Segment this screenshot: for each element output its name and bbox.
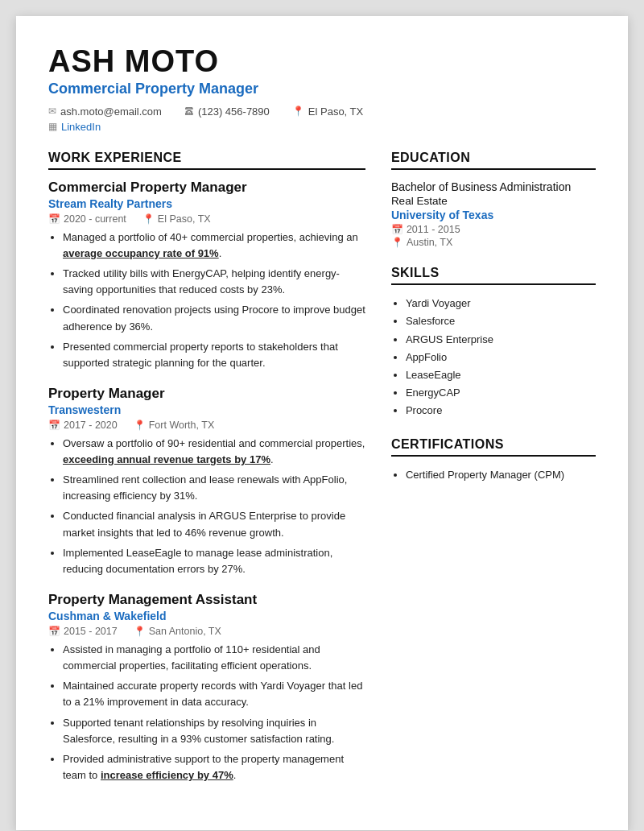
skills-list: Yardi Voyager Salesforce ARGUS Enterpris… xyxy=(391,295,596,420)
resume-header: ASH MOTO Commercial Property Manager ✉ a… xyxy=(48,45,596,133)
location-icon-1: 📍 xyxy=(142,213,155,225)
phone-icon: 🕿 xyxy=(184,105,194,117)
linkedin-link[interactable]: LinkedIn xyxy=(61,121,101,133)
job-1-meta: 📅 2020 - current 📍 El Paso, TX xyxy=(48,213,365,225)
job-2-title: Property Manager xyxy=(48,386,365,402)
location-icon-3: 📍 xyxy=(134,626,146,637)
job-1-bullet-4: Presented commercial property reports to… xyxy=(63,339,365,371)
job-1-bullets: Managed a portfolio of 40+ commercial pr… xyxy=(48,229,365,371)
job-2: Property Manager Transwestern 📅 2017 - 2… xyxy=(48,386,365,577)
skills-section: SKILLS Yardi Voyager Salesforce ARGUS En… xyxy=(391,266,596,420)
edu-calendar-icon: 📅 xyxy=(391,224,403,235)
job-3-location: 📍 San Antonio, TX xyxy=(134,626,221,637)
job-2-bullets: Oversaw a portfolio of 90+ residential a… xyxy=(48,436,365,577)
main-layout: WORK EXPERIENCE Commercial Property Mana… xyxy=(48,151,596,798)
job-1-location: 📍 El Paso, TX xyxy=(142,213,211,225)
education-heading: EDUCATION xyxy=(391,151,596,170)
job-3-bullets: Assisted in managing a portfolio of 110+… xyxy=(48,642,365,783)
left-column: WORK EXPERIENCE Commercial Property Mana… xyxy=(48,151,365,798)
contact-row-2: ▦ LinkedIn xyxy=(48,121,596,133)
candidate-name: ASH MOTO xyxy=(48,45,596,79)
job-3-dates: 📅 2015 - 2017 xyxy=(48,626,118,637)
linkedin-icon: ▦ xyxy=(48,121,57,132)
job-2-meta: 📅 2017 - 2020 📍 Fort Worth, TX xyxy=(48,420,365,431)
email-value: ash.moto@email.com xyxy=(60,105,162,118)
job-2-bullet-3: Conducted financial analysis in ARGUS En… xyxy=(63,508,365,540)
edu-dates-row: 📅 2011 - 2015 xyxy=(391,224,596,235)
job-1-title: Commercial Property Manager xyxy=(48,180,365,196)
job-3-bullet-1: Assisted in managing a portfolio of 110+… xyxy=(63,642,365,674)
job-3-meta: 📅 2015 - 2017 📍 San Antonio, TX xyxy=(48,626,365,637)
certifications-list: Certified Property Manager (CPM) xyxy=(391,466,596,484)
edu-dates: 2011 - 2015 xyxy=(407,224,460,235)
phone-contact: 🕿 (123) 456-7890 xyxy=(184,105,270,118)
candidate-title: Commercial Property Manager xyxy=(48,81,596,97)
job-1-highlight-1: average occupancy rate of 91% xyxy=(63,247,219,259)
calendar-icon-3: 📅 xyxy=(48,626,60,637)
edu-field: Real Estate xyxy=(391,195,596,207)
certifications-heading: CERTIFICATIONS xyxy=(391,437,596,457)
job-3-highlight-1: increase efficiency by 47% xyxy=(101,769,233,781)
right-column: EDUCATION Bachelor of Business Administr… xyxy=(391,151,596,798)
job-2-location: 📍 Fort Worth, TX xyxy=(134,420,215,431)
resume-container: ASH MOTO Commercial Property Manager ✉ a… xyxy=(16,16,628,830)
job-2-bullet-2: Streamlined rent collection and lease re… xyxy=(63,472,365,504)
job-3: Property Management Assistant Cushman & … xyxy=(48,592,365,783)
job-3-title: Property Management Assistant xyxy=(48,592,365,608)
skill-6: EnergyCAP xyxy=(406,384,596,402)
linkedin-contact[interactable]: ▦ LinkedIn xyxy=(48,121,101,133)
edu-location: Austin, TX xyxy=(407,237,452,248)
skill-2: Salesforce xyxy=(406,312,596,330)
location-icon: 📍 xyxy=(292,105,304,117)
cert-1: Certified Property Manager (CPM) xyxy=(406,466,596,484)
edu-meta: 📅 2011 - 2015 📍 Austin, TX xyxy=(391,224,596,248)
skill-4: AppFolio xyxy=(406,349,596,366)
job-1-bullet-1: Managed a portfolio of 40+ commercial pr… xyxy=(63,229,365,262)
email-icon: ✉ xyxy=(48,105,56,117)
skill-7: Procore xyxy=(406,402,596,420)
job-2-company: Transwestern xyxy=(48,403,365,416)
job-3-bullet-3: Supported tenant relationships by resolv… xyxy=(63,715,365,747)
location-contact: 📍 El Paso, TX xyxy=(292,105,363,118)
skill-3: ARGUS Enterprise xyxy=(406,331,596,349)
skills-heading: SKILLS xyxy=(391,266,596,285)
job-1-bullet-2: Tracked utility bills with EnergyCAP, he… xyxy=(63,266,365,298)
job-1-dates: 📅 2020 - current xyxy=(48,213,126,225)
skill-5: LeaseEagle xyxy=(406,366,596,384)
job-3-company: Cushman & Wakefield xyxy=(48,610,365,622)
location-icon-2: 📍 xyxy=(134,420,146,431)
job-2-dates: 📅 2017 - 2020 xyxy=(48,420,118,431)
job-2-bullet-1: Oversaw a portfolio of 90+ residential a… xyxy=(63,436,365,468)
edu-degree: Bachelor of Business Administration xyxy=(391,180,596,196)
skill-1: Yardi Voyager xyxy=(406,295,596,312)
email-contact: ✉ ash.moto@email.com xyxy=(48,105,162,118)
job-1: Commercial Property Manager Stream Realt… xyxy=(48,180,365,371)
phone-value: (123) 456-7890 xyxy=(198,105,270,118)
job-1-bullet-3: Coordinated renovation projects using Pr… xyxy=(63,302,365,334)
work-experience-heading: WORK EXPERIENCE xyxy=(48,151,365,170)
education-section: EDUCATION Bachelor of Business Administr… xyxy=(391,151,596,249)
contact-row-1: ✉ ash.moto@email.com 🕿 (123) 456-7890 📍 … xyxy=(48,105,596,118)
edu-school: University of Texas xyxy=(391,209,596,221)
edu-location-row: 📍 Austin, TX xyxy=(391,237,596,248)
edu-location-icon: 📍 xyxy=(391,237,403,248)
job-3-bullet-2: Maintained accurate property records wit… xyxy=(63,678,365,710)
calendar-icon-1: 📅 xyxy=(48,213,60,225)
calendar-icon-2: 📅 xyxy=(48,420,60,431)
certifications-section: CERTIFICATIONS Certified Property Manage… xyxy=(391,437,596,484)
job-2-highlight-1: exceeding annual revenue targets by 17% xyxy=(63,453,270,465)
job-3-bullet-4: Provided administrative support to the p… xyxy=(63,751,365,783)
job-1-company: Stream Realty Partners xyxy=(48,197,365,210)
job-2-bullet-4: Implemented LeaseEagle to manage lease a… xyxy=(63,545,365,577)
education-entry-1: Bachelor of Business Administration Real… xyxy=(391,180,596,249)
location-value: El Paso, TX xyxy=(308,105,363,118)
